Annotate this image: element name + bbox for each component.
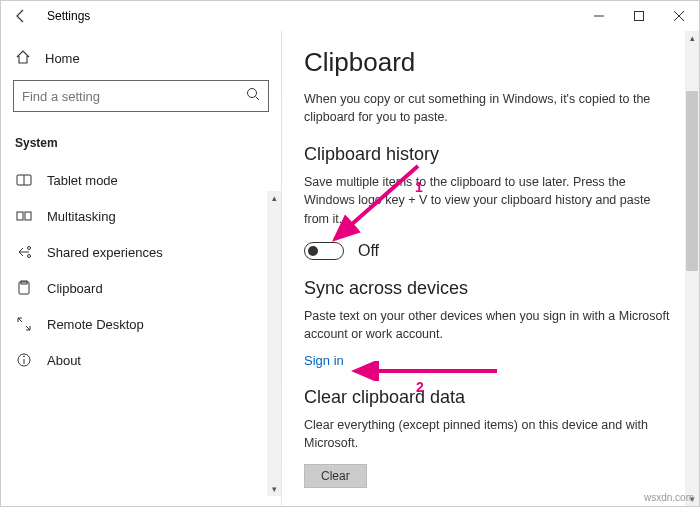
svg-point-14 (23, 356, 25, 358)
search-box[interactable] (13, 80, 269, 112)
sync-heading: Sync across devices (304, 278, 677, 299)
nav-label: Remote Desktop (47, 317, 144, 332)
remote-icon (15, 316, 33, 332)
sidebar-scrollbar[interactable]: ▴ ▾ (267, 191, 281, 496)
scroll-up-icon[interactable]: ▴ (690, 31, 695, 45)
history-desc: Save multiple items to the clipboard to … (304, 173, 677, 227)
clear-button[interactable]: Clear (304, 464, 367, 488)
toggle-knob (308, 246, 318, 256)
maximize-icon (634, 11, 644, 21)
back-button[interactable] (1, 1, 41, 31)
nav-label: Shared experiences (47, 245, 163, 260)
home-label: Home (45, 51, 80, 66)
nav-label: Clipboard (47, 281, 103, 296)
about-icon (15, 352, 33, 368)
page-heading: Clipboard (304, 47, 677, 78)
nav-label: Multitasking (47, 209, 116, 224)
nav-label: About (47, 353, 81, 368)
history-heading: Clipboard history (304, 144, 677, 165)
svg-point-2 (248, 89, 257, 98)
sync-desc: Paste text on your other devices when yo… (304, 307, 677, 343)
svg-rect-6 (17, 212, 23, 220)
search-input[interactable] (22, 89, 246, 104)
clear-heading: Clear clipboard data (304, 387, 677, 408)
window-controls (579, 1, 699, 31)
maximize-button[interactable] (619, 1, 659, 31)
history-toggle[interactable] (304, 242, 344, 260)
close-button[interactable] (659, 1, 699, 31)
scroll-down-icon[interactable]: ▾ (272, 482, 277, 496)
category-label: System (9, 130, 273, 156)
nav-tablet-mode[interactable]: Tablet mode (9, 162, 273, 198)
minimize-button[interactable] (579, 1, 619, 31)
svg-rect-7 (25, 212, 31, 220)
sign-in-link[interactable]: Sign in (304, 353, 344, 368)
history-toggle-row: Off (304, 242, 677, 260)
svg-rect-1 (635, 12, 644, 21)
window-title: Settings (41, 9, 90, 23)
shared-icon (15, 244, 33, 260)
arrow-left-icon (13, 8, 29, 24)
history-toggle-label: Off (358, 242, 379, 260)
nav-about[interactable]: About (9, 342, 273, 378)
search-icon (246, 87, 260, 105)
tablet-icon (15, 172, 33, 188)
minimize-icon (594, 11, 604, 21)
window-body: Home System Tablet mode Multitasking (1, 31, 699, 506)
nav-shared-experiences[interactable]: Shared experiences (9, 234, 273, 270)
watermark: wsxdn.com (644, 492, 694, 503)
svg-point-9 (28, 255, 31, 258)
home-nav[interactable]: Home (9, 41, 273, 80)
nav-label: Tablet mode (47, 173, 118, 188)
scroll-up-icon[interactable]: ▴ (272, 191, 277, 205)
nav-clipboard[interactable]: Clipboard (9, 270, 273, 306)
nav-remote-desktop[interactable]: Remote Desktop (9, 306, 273, 342)
svg-line-3 (256, 97, 260, 101)
nav-multitasking[interactable]: Multitasking (9, 198, 273, 234)
content-pane: Clipboard When you copy or cut something… (282, 31, 699, 506)
titlebar: Settings (1, 1, 699, 31)
svg-point-8 (28, 247, 31, 250)
settings-window: Settings Home (0, 0, 700, 507)
nav-list: Tablet mode Multitasking Shared experien… (9, 162, 273, 378)
intro-text: When you copy or cut something in Window… (304, 90, 677, 126)
close-icon (674, 11, 684, 21)
home-icon (15, 49, 31, 68)
sidebar: Home System Tablet mode Multitasking (1, 31, 281, 506)
multitasking-icon (15, 208, 33, 224)
clipboard-icon (15, 280, 33, 296)
content-scroll-thumb[interactable] (686, 91, 698, 271)
content-scrollbar[interactable]: ▴ ▾ (685, 31, 699, 506)
clear-desc: Clear everything (except pinned items) o… (304, 416, 677, 452)
